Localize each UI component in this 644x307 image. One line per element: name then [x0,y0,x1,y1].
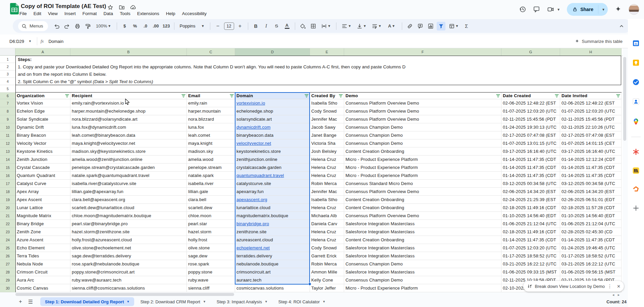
document-title[interactable]: Copy of ROI Template (AE Test) [21,3,106,10]
domain-link[interactable]: vortexvision.io [236,101,265,106]
add-sheet-button[interactable]: + [15,297,25,306]
cell-organization-row9[interactable]: Solar Syndicate [15,115,70,123]
cell-demo-row20[interactable]: Content Creation Onboarding [344,204,501,212]
row-header-7[interactable]: 7 [0,99,15,107]
cell-email-row20[interactable]: scarlett.dew [187,204,235,212]
cell-date_invited-row14[interactable]: 01-14-2025 12:12:24 (CDT [560,156,622,164]
cell-organization-row16[interactable]: Quantum Quadrant [15,172,70,180]
row-header-20[interactable]: 20 [0,204,15,212]
cell-date_created-row25[interactable]: 01-07-2025 12:03:20 (UTC [501,244,560,252]
cell-created_by-row25[interactable]: Cody Snowd [310,244,344,252]
cell-domain-row18[interactable]: apexarray.fun [235,188,310,196]
cell-created_by-row27[interactable]: Robin Merca [310,260,344,268]
cell-organization-row11[interactable]: Binary Beacon [15,131,70,139]
cell-date_created-row23[interactable]: 02-18-2025 11:49:16 (CDT [501,228,560,236]
row-header-21[interactable]: 21 [0,212,15,220]
insert-link-button[interactable] [406,22,414,30]
cell-recipient-row28[interactable]: poppy.stone@crimsoncircuit.art [70,268,187,276]
row-header-19[interactable]: 19 [0,196,15,204]
cell-organization-row29[interactable]: Aura Arc [15,276,70,284]
cell-demo-row9[interactable]: Consensus Platform Overview Demo [344,115,501,123]
cell-date_invited-row17[interactable]: 03-12-2025 00:34:58 (UTC [560,180,622,188]
cell-created_by-row14[interactable]: Helena Cruz [310,156,344,164]
cell-recipient-row23[interactable]: hazel.storm@zenithzone.site [70,228,187,236]
increase-font-size-button[interactable]: + [236,22,245,30]
cell-created_by-row15[interactable]: Helena Cruz [310,164,344,172]
cell-created_by-row13[interactable]: Josh Belsley [310,147,344,156]
cell-domain-row30[interactable]: cosmiccanvas.solutions [235,284,310,292]
cell-organization-row22[interactable]: Binary Bridge [15,220,70,228]
cell-demo-row11[interactable]: Consensus Champion Demo [344,131,501,139]
cell-domain-row27[interactable]: nebulanode.boutique [235,260,310,268]
cell-recipient-row11[interactable]: leah.comet@binarybeacon.data [70,131,187,139]
cell-email-row23[interactable]: hazel.storm [187,228,235,236]
hide-toolbar-button[interactable] [617,22,626,30]
decrease-font-size-button[interactable]: − [214,22,222,30]
cell-date_invited-row15[interactable]: 01-14-2025 11:47:35 (CDT [560,164,622,172]
cell-organization-row10[interactable]: Dynamic Drift [15,123,70,131]
cell-created_by-row8[interactable]: Cody Snowd [310,107,344,115]
cell-demo-row8[interactable]: Consensus Platform Overview Demo [344,107,501,115]
cell-recipient-row12[interactable]: maya.knight@velocityvector.net [70,139,187,147]
domain-link[interactable]: dynamicdrift.com [236,125,270,130]
increase-decimals-button[interactable]: .00 [152,22,160,30]
google-keep-icon[interactable] [632,59,640,66]
cell-date_created-row9[interactable]: 02-11-2025 15:45:56 (PDT [501,115,560,123]
cell-domain-row12[interactable]: velocityvector.net [235,139,310,147]
cell-date_invited-row7[interactable]: 02-06-2025 12:48:22 (EST [560,99,622,107]
redo-button[interactable] [63,22,71,30]
cell-email-row9[interactable]: nora.blizzard [187,115,235,123]
row-header-27[interactable]: 27 [0,260,15,268]
cell-email-row10[interactable]: luna.fox [187,123,235,131]
cell-demo-row22[interactable]: Salesforce Integration Masterclass [344,220,501,228]
cell-recipient-row10[interactable]: luna.fox@dynamicdrift.com [70,123,187,131]
summarize-table-button[interactable]: Summarize this table [575,39,623,44]
row-header-14[interactable]: 14 [0,156,15,164]
cell-recipient-row19[interactable]: clara.bell@apexascent.org [70,196,187,204]
cell-date_invited-row11[interactable]: 02-17-2025 07:47:08 (EST [560,131,622,139]
menu-format[interactable]: Format [83,11,97,16]
cell-organization-row15[interactable]: Crystal Cascade [15,164,70,172]
cell-date_created-row18[interactable]: 02-06-2025 14:34:20 (EST [501,188,560,196]
cell-email-row29[interactable]: ruby.wave [187,276,235,284]
cell-domain-row26[interactable]: terratides.delivery [235,252,310,260]
cell-recipient-row26[interactable]: sage.dew@terratides.delivery [70,252,187,260]
cell-created_by-row26[interactable]: Garrett Erick [310,252,344,260]
cell-created_by-row10[interactable]: Jacob Sawy [310,123,344,131]
google-contacts-icon[interactable] [632,98,640,105]
cell-date_invited-row22[interactable]: 01-06-2025 21:12:04 (UTC [560,220,622,228]
header-filter-icon[interactable] [304,94,309,98]
cell-domain-row13[interactable]: keystonekinetics.store [235,147,310,156]
cell-recipient-row24[interactable]: holly.frost@azureascent.cloud [70,236,187,244]
cell-recipient-row27[interactable]: rose.spark@nebulanode.boutique [70,260,187,268]
row-header-18[interactable]: 18 [0,188,15,196]
cell-date_invited-row27[interactable]: 03-21-2025 16:22:12 (UTC [560,260,622,268]
cell-email-row26[interactable]: sage.dew [187,252,235,260]
cell-created_by-row19[interactable]: Isabella Stho [310,196,344,204]
formula-input[interactable]: Domain [48,39,63,44]
cell-date_created-row27[interactable]: 03-21-2025 16:22:12 (UTC [501,260,560,268]
cell-date_created-row12[interactable]: 01-07-2025 13:01:15 (UTC [501,139,560,147]
cell-date_invited-row9[interactable]: 02-11-2025 15:45:56 (PDT [560,115,622,123]
cell-created_by-row24[interactable]: Helena Cruz [310,236,344,244]
column-header-G[interactable]: G [501,48,560,56]
cell-date_created-row21[interactable]: 01-10-2025 14:56:40 (EDT [501,212,560,220]
cell-domain-row20[interactable]: lunarlattice.cloud [235,204,310,212]
cell-domain-row11[interactable]: binarybeacon.data [235,131,310,139]
cell-recipient-row16[interactable]: natalie.spark@quantumquadrant.travel [70,172,187,180]
cell-recipient-row21[interactable]: chloe.moon@magnitudematrix.boutique [70,212,187,220]
column-header-D[interactable]: D [235,48,310,56]
menu-view[interactable]: View [48,11,58,16]
cell-organization-row14[interactable]: Zenith Junction [15,156,70,164]
cell-date_created-row17[interactable]: 03-12-2025 00:34:58 (UTC [501,180,560,188]
cell-domain-row16[interactable]: quantumquadrant.travel [235,172,310,180]
row-header-15[interactable]: 15 [0,164,15,172]
name-box[interactable]: D6:D29 ▼ [5,39,34,44]
cell-date_invited-row18[interactable]: 02-06-2025 14:34:20 (EST [560,188,622,196]
cell-email-row24[interactable]: holly.frost [187,236,235,244]
cell-organization-row21[interactable]: Magnitude Matrix [15,212,70,220]
cell-organization-row13[interactable]: Keystone Kinetics [15,147,70,156]
cell-date_invited-row21[interactable]: 01-10-2025 14:56:40 (EDT [560,212,622,220]
cell-date_created-row11[interactable]: 02-17-2025 07:47:08 (EST [501,131,560,139]
cell-email-row25[interactable]: olive.stone [187,244,235,252]
